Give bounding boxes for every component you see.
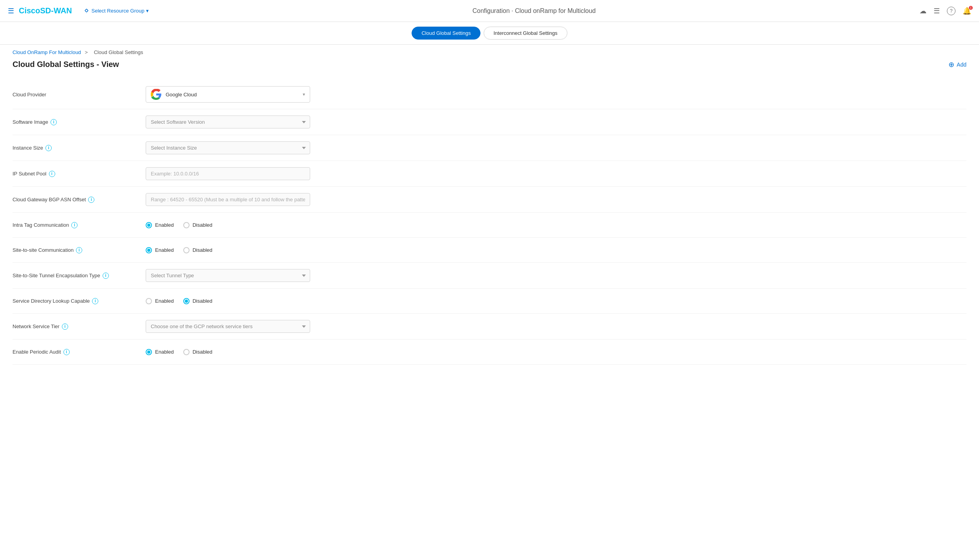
intra-tag-disabled-label: Disabled (193, 222, 213, 228)
bgp-asn-offset-info-icon[interactable]: i (88, 197, 94, 203)
instance-size-label: Instance Size i (13, 145, 146, 151)
breadcrumb-current: Cloud Global Settings (94, 49, 143, 55)
periodic-audit-enabled-radio (146, 349, 152, 355)
bgp-asn-offset-label: Cloud Gateway BGP ASN Offset i (13, 197, 146, 203)
network-service-tier-label: Network Service Tier i (13, 323, 146, 330)
service-directory-label: Service Directory Lookup Capable i (13, 298, 146, 304)
periodic-audit-row: Enable Periodic Audit i Enabled Disabled (13, 340, 966, 365)
service-directory-disabled-label: Disabled (193, 298, 213, 304)
intra-tag-disabled[interactable]: Disabled (183, 222, 213, 228)
tunnel-type-label: Site-to-Site Tunnel Encapsulation Type i (13, 273, 146, 279)
resource-group-label: Select Resource Group (92, 8, 145, 14)
intra-tag-label: Intra Tag Communication i (13, 222, 146, 228)
site-to-site-comm-disabled-radio (183, 247, 190, 253)
software-image-control: Select Software Version (146, 116, 310, 128)
help-nav-icon[interactable]: ? (947, 7, 956, 15)
ip-subnet-pool-input[interactable] (146, 167, 310, 180)
location-icon (84, 8, 89, 14)
breadcrumb-parent[interactable]: Cloud OnRamp For Multicloud (13, 49, 81, 55)
instance-size-row: Instance Size i Select Instance Size (13, 135, 966, 161)
ip-subnet-pool-label: IP Subnet Pool i (13, 171, 146, 177)
network-service-tier-control: Choose one of the GCP network service ti… (146, 320, 310, 333)
page-content: Cloud Global Settings - View ⊕ Add Cloud… (0, 60, 979, 380)
resource-group-arrow: ▾ (146, 8, 149, 14)
ip-subnet-pool-info-icon[interactable]: i (49, 171, 55, 177)
menu-nav-icon[interactable]: ☰ (934, 7, 940, 15)
periodic-audit-control: Enabled Disabled (146, 349, 310, 355)
intra-tag-row: Intra Tag Communication i Enabled Disabl… (13, 213, 966, 238)
periodic-audit-label: Enable Periodic Audit i (13, 349, 146, 355)
instance-size-control: Select Instance Size (146, 141, 310, 154)
add-button[interactable]: ⊕ Add (948, 60, 966, 69)
page-header: Cloud Global Settings - View ⊕ Add (13, 60, 966, 69)
breadcrumb-separator: > (85, 49, 88, 55)
site-to-site-comm-enabled-label: Enabled (155, 247, 174, 253)
service-directory-disabled[interactable]: Disabled (183, 298, 213, 304)
cloud-nav-icon[interactable]: ☁ (919, 7, 927, 15)
intra-tag-enabled[interactable]: Enabled (146, 222, 174, 228)
tunnel-type-info-icon[interactable]: i (103, 273, 109, 279)
add-icon: ⊕ (948, 60, 954, 69)
top-nav: ☰ Cisco SD-WAN Select Resource Group ▾ C… (0, 0, 979, 22)
bgp-asn-offset-control (146, 193, 310, 206)
site-to-site-comm-disabled-label: Disabled (193, 247, 213, 253)
instance-size-info-icon[interactable]: i (45, 145, 52, 151)
site-to-site-comm-disabled[interactable]: Disabled (183, 247, 213, 253)
cloud-provider-control: Google Cloud AWS Azure ▾ (146, 86, 310, 103)
service-directory-row: Service Directory Lookup Capable i Enabl… (13, 289, 966, 314)
tab-interconnect-global-settings[interactable]: Interconnect Global Settings (484, 27, 567, 40)
software-image-row: Software Image i Select Software Version (13, 109, 966, 135)
cloud-provider-row: Cloud Provider Google Cloud AWS Azure (13, 80, 966, 109)
tunnel-type-control: Select Tunnel Type (146, 269, 310, 282)
network-service-tier-select[interactable]: Choose one of the GCP network service ti… (146, 320, 310, 333)
site-to-site-comm-row: Site-to-site Communication i Enabled Dis… (13, 238, 966, 263)
tunnel-type-row: Site-to-Site Tunnel Encapsulation Type i… (13, 263, 966, 289)
service-directory-enabled-radio (146, 298, 152, 304)
ip-subnet-pool-control (146, 167, 310, 180)
page-header-title: Configuration · Cloud onRamp for Multicl… (149, 7, 919, 14)
brand-cisco: Cisco (19, 6, 40, 15)
intra-tag-info-icon[interactable]: i (71, 222, 78, 228)
ip-subnet-pool-row: IP Subnet Pool i (13, 161, 966, 187)
site-to-site-comm-control: Enabled Disabled (146, 247, 310, 253)
periodic-audit-enabled[interactable]: Enabled (146, 349, 174, 355)
service-directory-enabled[interactable]: Enabled (146, 298, 174, 304)
resource-group-selector[interactable]: Select Resource Group ▾ (84, 8, 149, 14)
brand-sdwan: SD-WAN (40, 6, 72, 15)
brand-logo: Cisco SD-WAN (19, 6, 72, 15)
periodic-audit-disabled[interactable]: Disabled (183, 349, 213, 355)
site-to-site-comm-enabled-radio (146, 247, 152, 253)
add-label: Add (957, 61, 966, 68)
periodic-audit-info-icon[interactable]: i (63, 349, 70, 355)
site-to-site-comm-info-icon[interactable]: i (76, 247, 82, 253)
network-service-tier-row: Network Service Tier i Choose one of the… (13, 314, 966, 340)
software-image-info-icon[interactable]: i (51, 119, 57, 125)
intra-tag-disabled-radio (183, 222, 190, 228)
page-title: Cloud Global Settings - View (13, 60, 119, 69)
service-directory-info-icon[interactable]: i (92, 298, 98, 304)
site-to-site-comm-label: Site-to-site Communication i (13, 247, 146, 253)
network-service-tier-info-icon[interactable]: i (62, 323, 68, 330)
nav-icons: ☁ ☰ ? 🔔1 (919, 7, 971, 15)
tunnel-type-select[interactable]: Select Tunnel Type (146, 269, 310, 282)
breadcrumb: Cloud OnRamp For Multicloud > Cloud Glob… (0, 45, 979, 60)
service-directory-control: Enabled Disabled (146, 298, 310, 304)
tab-bar: Cloud Global Settings Interconnect Globa… (0, 22, 979, 45)
bgp-asn-offset-row: Cloud Gateway BGP ASN Offset i (13, 187, 966, 213)
hamburger-icon[interactable]: ☰ (8, 7, 14, 15)
notification-icon[interactable]: 🔔1 (963, 7, 971, 15)
tab-cloud-global-settings[interactable]: Cloud Global Settings (412, 27, 480, 40)
instance-size-select[interactable]: Select Instance Size (146, 141, 310, 154)
svg-point-0 (85, 9, 88, 12)
cloud-provider-select[interactable]: Google Cloud AWS Azure (166, 92, 299, 98)
service-directory-disabled-radio (183, 298, 190, 304)
service-directory-enabled-label: Enabled (155, 298, 174, 304)
cloud-provider-select-wrapper[interactable]: Google Cloud AWS Azure ▾ (146, 86, 310, 103)
site-to-site-comm-enabled[interactable]: Enabled (146, 247, 174, 253)
settings-form: Cloud Provider Google Cloud AWS Azure (13, 80, 966, 365)
software-image-select[interactable]: Select Software Version (146, 116, 310, 128)
bgp-asn-offset-input[interactable] (146, 193, 310, 206)
intra-tag-control: Enabled Disabled (146, 222, 310, 228)
periodic-audit-disabled-label: Disabled (193, 349, 213, 355)
cloud-provider-dropdown-arrow: ▾ (303, 92, 305, 97)
